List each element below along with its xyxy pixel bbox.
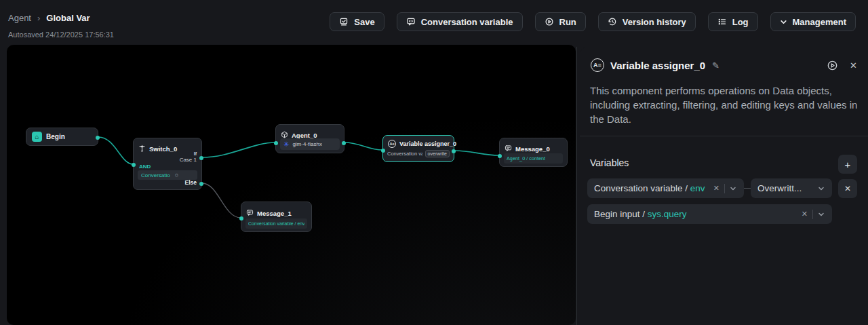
switch-condition-chip[interactable]: Conversatio ○	[138, 170, 197, 180]
variable-assigner-icon: A≡	[591, 58, 604, 72]
model-logo-icon: ✳	[283, 141, 289, 148]
conversation-variable-label: Conversation variable	[421, 17, 513, 27]
node-assigner-title: Variable assigner_0	[399, 140, 456, 147]
node-switch[interactable]: Switch_0 If Case 1 AND Conversatio ○ Els…	[133, 138, 202, 190]
port-agent-out[interactable]	[342, 141, 346, 145]
management-button-label: Management	[793, 17, 846, 27]
topbar: Agent › Global Var Autosaved 24/12/2025 …	[0, 0, 868, 44]
node-message1-header: Message_1	[246, 207, 292, 219]
log-icon	[717, 17, 727, 26]
panel-title: Variable assigner_0	[610, 60, 705, 71]
autosave-status: Autosaved 24/12/2025 17:56:31	[8, 31, 114, 39]
conversation-variable-icon	[406, 17, 416, 26]
message0-value-chip[interactable]: Agent_0 / content	[504, 153, 563, 164]
node-begin[interactable]: ⌂ Begin	[26, 128, 98, 146]
save-button-label: Save	[354, 17, 374, 27]
conversation-variable-button[interactable]: Conversation variable	[397, 12, 523, 31]
chevron-down-icon[interactable]	[730, 185, 736, 192]
chevron-down-icon	[780, 18, 787, 26]
message1-value: Conversation variable / env.his	[248, 221, 304, 226]
port-message0-in[interactable]	[498, 154, 502, 158]
save-button[interactable]: Save	[330, 12, 384, 31]
message1-value-chip[interactable]: Conversation variable / env.his	[245, 218, 307, 229]
row-connector-line	[744, 188, 751, 189]
version-history-label: Version history	[623, 17, 686, 27]
version-history-icon	[608, 17, 617, 26]
run-node-icon[interactable]	[827, 60, 838, 71]
port-switch-case1-out[interactable]	[199, 156, 203, 160]
chevron-down-icon[interactable]	[818, 211, 825, 218]
port-begin-out[interactable]	[96, 136, 100, 140]
node-message1-title: Message_1	[257, 210, 292, 217]
chevron-down-icon[interactable]	[818, 185, 825, 192]
switch-if-label: If	[194, 151, 197, 156]
run-button-label: Run	[559, 17, 576, 27]
variable-row: Conversation variable / env ✕ Overwritt.…	[587, 178, 857, 198]
variable-mode-value: Overwritt...	[757, 183, 813, 193]
message0-value: Agent_0 / content	[507, 155, 545, 161]
edge-switch-case1-to-agent[interactable]	[202, 142, 275, 157]
clear-icon[interactable]: ✕	[709, 184, 724, 193]
edit-pencil-icon[interactable]: ✎	[712, 60, 719, 71]
variable-assigner-icon: A≡	[388, 140, 396, 148]
agent-model-chip[interactable]: ✳ glm-4-flashx	[280, 138, 340, 150]
switch-condition-text: Conversatio	[141, 172, 170, 178]
edge-switch-else-to-message1[interactable]	[202, 183, 241, 218]
assigner-source-text: Conversation vari	[387, 151, 422, 157]
node-message1[interactable]: Message_1 Conversation variable / env.hi…	[241, 202, 312, 232]
switch-logic-operator: AND	[139, 164, 151, 170]
variable-source-value: Conversation variable / env	[594, 183, 709, 193]
remove-variable-button[interactable]: ✕	[838, 179, 857, 198]
log-button[interactable]: Log	[708, 12, 758, 31]
panel-divider	[580, 136, 868, 136]
run-icon	[545, 17, 554, 26]
breadcrumb-agent[interactable]: Agent	[8, 13, 31, 23]
chevron-right-icon: ›	[37, 13, 40, 23]
breadcrumb: Agent › Global Var	[8, 13, 90, 23]
workflow-canvas[interactable]: ⌂ Begin Switch_0 If Case 1 AND Conversat…	[7, 45, 576, 325]
select-separator	[812, 210, 813, 219]
port-assigner-in[interactable]	[381, 149, 385, 153]
port-switch-in[interactable]	[132, 163, 136, 167]
assigner-mode-badge: overwrite	[425, 150, 450, 157]
run-button[interactable]: Run	[535, 12, 586, 31]
agent-model-name: glm-4-flashx	[292, 141, 322, 147]
node-agent[interactable]: Agent_0 ✳ glm-4-flashx	[275, 124, 344, 153]
node-assigner-header: A≡ Variable assigner_0	[388, 140, 456, 148]
port-message1-in[interactable]	[239, 216, 243, 221]
node-variable-assigner[interactable]: A≡ Variable assigner_0 Conversation vari…	[382, 135, 454, 162]
node-message0[interactable]: Message_0 Agent_0 / content	[499, 138, 568, 167]
node-switch-header: Switch_0	[138, 142, 177, 155]
node-switch-title: Switch_0	[149, 145, 177, 153]
save-icon	[339, 17, 349, 26]
edge-layer	[7, 45, 576, 325]
clear-icon[interactable]: ✕	[797, 210, 812, 218]
topbar-actions: Save Conversation variable Run	[330, 12, 856, 31]
switch-icon	[138, 142, 146, 155]
management-button[interactable]: Management	[770, 12, 856, 31]
variable-source-select[interactable]: Begin input / sys.query ✕	[587, 204, 832, 224]
edge-agent-to-assigner[interactable]	[344, 142, 382, 150]
port-agent-in[interactable]	[274, 141, 278, 145]
close-icon[interactable]: ✕	[850, 60, 857, 71]
node-begin-title: Begin	[46, 133, 65, 140]
variable-row: Begin input / sys.query ✕	[587, 204, 857, 224]
panel-resize-divider[interactable]	[576, 47, 577, 325]
node-message0-title: Message_0	[515, 145, 550, 153]
edge-begin-to-switch[interactable]	[98, 137, 133, 164]
port-switch-else-out[interactable]	[199, 182, 203, 186]
version-history-button[interactable]: Version history	[598, 12, 696, 31]
message-icon	[246, 207, 254, 219]
node-agent-title: Agent_0	[292, 132, 317, 139]
select-separator	[724, 184, 725, 193]
edge-assigner-to-message0[interactable]	[454, 151, 499, 155]
variable-source-select[interactable]: Conversation variable / env ✕	[587, 178, 744, 198]
node-settings-panel: A≡ Variable assigner_0 ✎ ✕ This componen…	[580, 47, 868, 325]
add-variable-button[interactable]: +	[838, 155, 857, 174]
port-assigner-out[interactable]	[452, 149, 456, 153]
log-button-label: Log	[732, 17, 749, 27]
assigner-summary: Conversation vari overwrite	[387, 150, 450, 157]
breadcrumb-current-page: Global Var	[46, 13, 90, 23]
variable-mode-select[interactable]: Overwritt...	[751, 178, 832, 198]
switch-else-label: Else	[185, 179, 197, 186]
